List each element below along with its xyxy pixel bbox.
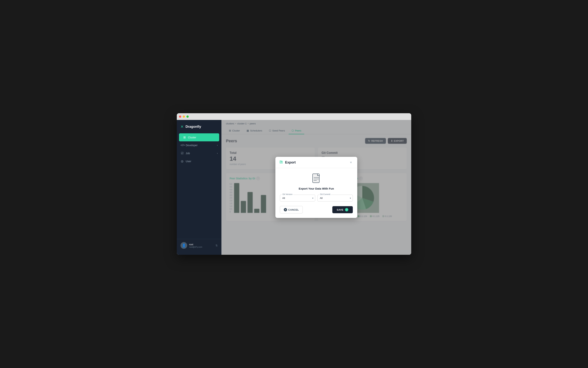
user-info: root root@d7y.com <box>189 243 214 248</box>
modal-overlay[interactable]: Export × <box>222 120 411 255</box>
sidebar-label-cluster: Cluster <box>188 136 196 139</box>
sidebar-item-job[interactable]: ☑ Job › <box>177 149 222 157</box>
chevron-right-icon-job: › <box>217 152 218 155</box>
main-content: clusters • cluster-1 • peers ⊞ Cluster ▦… <box>222 120 411 255</box>
sidebar-logo: ✕ Dragonfly <box>177 123 222 133</box>
modal-fields: Git Version All 0.1.122 0.1.123 0.1.124 … <box>280 195 353 202</box>
save-label: SAVE <box>337 208 344 211</box>
git-version-field: Git Version All 0.1.122 0.1.123 0.1.124 … <box>280 195 315 202</box>
export-modal: Export × <box>275 157 357 218</box>
git-commit-field: Git Commit All ▾ <box>317 195 353 202</box>
modal-body: Export Your Data With Fun Git Version Al… <box>275 168 357 218</box>
cluster-icon: ⊞ <box>183 136 186 139</box>
save-button[interactable]: SAVE ✓ <box>332 206 353 213</box>
close-dot[interactable] <box>179 115 181 118</box>
chevron-right-icon: › <box>217 144 218 147</box>
sidebar-label-user: User <box>186 160 191 163</box>
user-profile[interactable]: 👤 root root@d7y.com ⇅ <box>177 239 222 252</box>
app-window: ✕ Dragonfly ⊞ Cluster </> Developer › ☑ <box>177 113 411 255</box>
export-icon <box>279 160 283 165</box>
file-icon <box>312 173 321 185</box>
cancel-label: CANCEL <box>288 208 299 211</box>
sidebar-item-cluster[interactable]: ⊞ Cluster <box>179 133 219 141</box>
avatar: 👤 <box>180 242 187 249</box>
git-commit-label: Git Commit <box>319 193 331 195</box>
sidebar: ✕ Dragonfly ⊞ Cluster </> Developer › ☑ <box>177 120 222 255</box>
save-check-icon: ✓ <box>345 208 348 211</box>
titlebar <box>177 113 411 120</box>
modal-actions: ✕ CANCEL SAVE ✓ <box>280 206 353 213</box>
cancel-icon: ✕ <box>284 208 287 211</box>
developer-icon: </> <box>180 144 184 147</box>
dragonfly-logo-icon: ✕ <box>180 124 184 129</box>
modal-title: Export <box>285 161 296 165</box>
sidebar-logo-text: Dragonfly <box>186 125 201 129</box>
git-version-label: Git Version <box>282 193 293 195</box>
git-commit-select[interactable]: All <box>317 195 353 202</box>
svg-rect-1 <box>313 174 319 183</box>
modal-icon-area <box>280 173 353 185</box>
sidebar-item-developer[interactable]: </> Developer › <box>177 141 222 149</box>
modal-header: Export × <box>275 157 357 168</box>
modal-title-wrap: Export <box>279 160 296 165</box>
cancel-button[interactable]: ✕ CANCEL <box>280 206 303 213</box>
modal-subtitle: Export Your Data With Fun <box>280 187 353 190</box>
minimize-dot[interactable] <box>183 115 185 118</box>
sidebar-label-job: Job <box>186 152 190 155</box>
job-icon: ☑ <box>180 151 184 155</box>
user-chevron-icon: ⇅ <box>215 244 218 247</box>
modal-close-button[interactable]: × <box>348 160 354 165</box>
user-icon: ◎ <box>180 159 184 163</box>
app-body: ✕ Dragonfly ⊞ Cluster </> Developer › ☑ <box>177 120 411 255</box>
user-email: root@d7y.com <box>189 246 214 248</box>
sidebar-item-user[interactable]: ◎ User <box>177 157 222 165</box>
maximize-dot[interactable] <box>187 115 189 118</box>
user-name: root <box>189 243 214 246</box>
git-version-select[interactable]: All 0.1.122 0.1.123 0.1.124 0.1.125 0.1.… <box>280 195 315 202</box>
sidebar-label-developer: Developer <box>186 144 198 147</box>
